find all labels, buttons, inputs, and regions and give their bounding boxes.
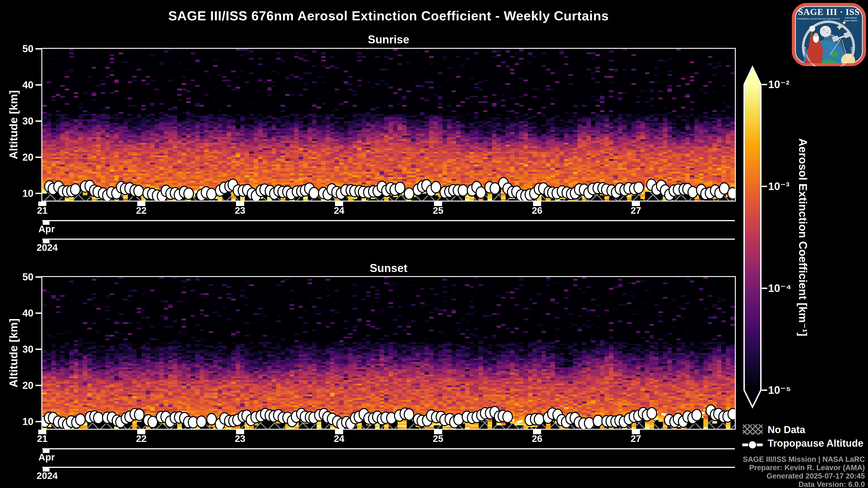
- y-tick: [35, 48, 42, 50]
- y-tick-label: 50: [4, 271, 33, 283]
- y-tick: [35, 385, 42, 386]
- y-tick: [35, 84, 42, 86]
- x-tick-label: 24: [323, 433, 355, 444]
- earth-land: [830, 52, 839, 57]
- no-data-legend-swatch: [743, 424, 763, 435]
- y-tick-label: 40: [4, 79, 33, 91]
- x-tick-label: 26: [521, 205, 553, 216]
- attribution-line: Data Version: 6.0.0: [743, 480, 865, 488]
- legend-dash: [757, 444, 763, 446]
- month-label: Apr: [38, 224, 55, 234]
- y-tick: [35, 421, 42, 422]
- month-label: Apr: [38, 452, 55, 463]
- year-axis-line: [42, 467, 735, 468]
- y-tick-label: 20: [4, 380, 33, 391]
- moon-crater: [823, 29, 825, 31]
- y-tick: [35, 349, 42, 350]
- y-tick-label: 10: [4, 416, 33, 427]
- x-tick-label: 23: [224, 433, 256, 444]
- logo-subtitle-right: International: [845, 17, 857, 19]
- panel-title-sunset: Sunset: [41, 262, 736, 275]
- sunset-curtain-heatmap: [42, 277, 735, 429]
- panel-title-sunrise: Sunrise: [41, 33, 736, 46]
- attribution-line: Generated 2025-07-17 20:45: [743, 472, 865, 480]
- figure-root: SAGE III/ISS 676nm Aerosol Extinction Co…: [0, 0, 868, 488]
- y-tick-label: 30: [4, 344, 33, 355]
- y-tick: [35, 157, 42, 158]
- x-tick-label: 25: [422, 433, 454, 444]
- month-axis-line: [42, 448, 735, 449]
- moon-icon: [820, 26, 831, 37]
- month-axis-line: [42, 220, 735, 221]
- x-tick-label: 25: [422, 205, 454, 216]
- colorbar-axis-label: Aerosol Extinction Coefficient [km⁻¹]: [794, 67, 812, 408]
- attribution-block: SAGE III/ISS Mission | NASA LaRC Prepare…: [743, 455, 865, 488]
- x-tick-label: 21: [26, 205, 58, 216]
- y-tick-label: 30: [4, 115, 33, 127]
- x-tick-label: 23: [224, 205, 256, 216]
- x-tick-label: 24: [323, 205, 355, 216]
- attribution-line: Preparer: Kevin R. Leavor (AMA): [743, 463, 865, 472]
- legend-dot-icon: [749, 441, 756, 449]
- y-tick: [35, 313, 42, 314]
- x-tick-label: 22: [125, 433, 157, 444]
- x-tick-label: 27: [620, 433, 652, 444]
- y-tick: [35, 193, 42, 194]
- year-label: 2024: [37, 470, 58, 481]
- x-tick-label: 22: [125, 205, 157, 216]
- x-tick-label: 27: [620, 205, 652, 216]
- y-tick: [35, 121, 42, 122]
- tropopause-legend-marker: [742, 441, 764, 449]
- x-tick-label: 21: [26, 433, 58, 444]
- moon-crater: [826, 32, 828, 33]
- legend-dash: [742, 444, 748, 446]
- tropopause-legend-label: Tropopause Altitude: [768, 437, 864, 449]
- mission-logo: SAGE III · ISS Stratospheric Aerosol and…: [792, 3, 866, 66]
- y-tick-label: 50: [4, 43, 33, 55]
- year-axis-line: [42, 238, 735, 240]
- sunrise-curtain-heatmap: [42, 49, 735, 201]
- no-data-legend-label: No Data: [768, 424, 805, 435]
- x-tick-label: 26: [521, 433, 553, 444]
- logo-subtitle-left: Stratospheric Aerosol and Gas Experiment…: [797, 18, 840, 20]
- y-tick-label: 10: [4, 188, 33, 199]
- year-label: 2024: [37, 242, 58, 253]
- logo-title: SAGE III · ISS: [798, 7, 860, 17]
- page-title: SAGE III/ISS 676nm Aerosol Extinction Co…: [41, 8, 736, 23]
- y-tick-label: 20: [4, 151, 33, 163]
- y-tick-label: 40: [4, 307, 33, 319]
- logo-subtitle-right: Space Station: [844, 19, 857, 22]
- colorbar: [742, 66, 769, 412]
- attribution-line: SAGE III/ISS Mission | NASA LaRC: [743, 455, 865, 463]
- y-tick: [35, 276, 42, 278]
